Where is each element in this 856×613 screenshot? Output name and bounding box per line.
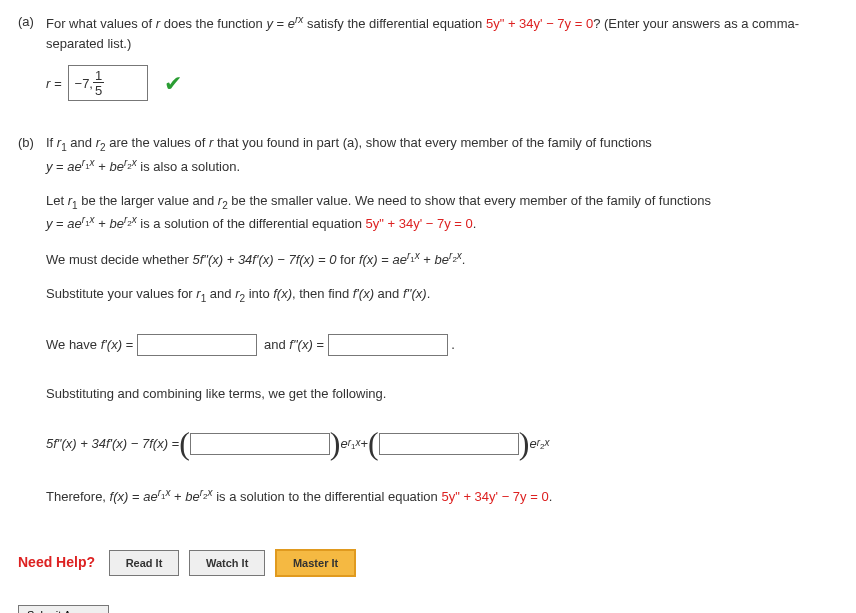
text: be the larger value and (78, 193, 218, 208)
plus: + (95, 217, 110, 232)
part-b-intro: If r1 and r2 are the values of r that yo… (46, 133, 838, 176)
part-b-content: If r1 and r2 are the values of r that yo… (46, 133, 838, 520)
answer-neg7: −7, (75, 74, 93, 94)
coeff1-input[interactable] (190, 433, 330, 455)
text: . (462, 253, 466, 268)
text: . (549, 489, 553, 504)
fdoubleprime: f''(x) (403, 286, 427, 301)
text: . (427, 286, 431, 301)
r-answer-input[interactable]: −7, 1 5 (68, 65, 148, 101)
text: is also a solution. (137, 159, 240, 174)
text: Let (46, 193, 68, 208)
e-base: e (288, 16, 295, 31)
master-it-button[interactable]: Master It (275, 549, 356, 578)
diff-eq: 5y" + 34y' − 7y = 0 (366, 217, 473, 232)
be: be (435, 253, 449, 268)
e2: e (529, 434, 536, 454)
text: that you found in part (a), show that ev… (213, 135, 652, 150)
para-derivatives: We have f'(x) = and f"(x) = . (46, 334, 455, 356)
text: into (245, 286, 273, 301)
text: and (374, 286, 403, 301)
text: and (67, 135, 96, 150)
lparen2: ( (368, 431, 379, 457)
text: For what values of (46, 16, 156, 31)
rparen1: ) (330, 431, 341, 457)
text: We have (46, 335, 97, 355)
eq: 5f"(x) + 34f'(x) − 7f(x) = 0 (192, 253, 336, 268)
check-icon: ✔ (164, 67, 182, 100)
fprime: f'(x) (353, 286, 374, 301)
diff-eq: 5y" + 34y' − 7y = 0 (486, 16, 593, 31)
text: satisfy the differential equation (303, 16, 486, 31)
eq: = (378, 253, 393, 268)
plus: + (420, 253, 435, 268)
frac-den: 5 (93, 83, 104, 97)
text: does the function (160, 16, 266, 31)
eq: = (128, 489, 143, 504)
para-decide: We must decide whether 5f"(x) + 34f'(x) … (46, 248, 838, 270)
para-combining: Substituting and combining like terms, w… (46, 384, 838, 404)
ae: ae (67, 217, 81, 232)
diff-eq: 5y" + 34y' − 7y = 0 (441, 489, 548, 504)
lparen1: ( (179, 431, 190, 457)
e1: e (340, 434, 347, 454)
lhs: 5f"(x) + 34f'(x) − 7f(x) = (46, 434, 179, 454)
ae: ae (143, 489, 157, 504)
fprime-label: f'(x) = (101, 335, 133, 355)
fx: f(x) (110, 489, 129, 504)
text: , then find (292, 286, 353, 301)
text: be the smaller value. We need to show th… (228, 193, 711, 208)
fdoubleprime-label: f"(x) = (289, 335, 324, 355)
submit-answer-button[interactable]: Submit Answer (18, 605, 109, 613)
plus: + (170, 489, 185, 504)
need-help-label: Need Help? (18, 552, 95, 573)
text: is a solution of the differential equati… (137, 217, 366, 232)
answer-frac: 1 5 (93, 69, 104, 97)
fx: f(x) (359, 253, 378, 268)
part-a-content: For what values of r does the function y… (46, 12, 838, 109)
watch-it-button[interactable]: Watch It (189, 550, 265, 577)
r-equals-label: r = (46, 74, 62, 94)
x: x (544, 437, 549, 448)
para-substitute: Substitute your values for r1 and r2 int… (46, 284, 838, 306)
part-b-label: (b) (18, 133, 46, 520)
text: We must decide whether (46, 253, 192, 268)
text: Substitute your values for (46, 286, 196, 301)
ae: ae (392, 253, 406, 268)
coeff2-input[interactable] (379, 433, 519, 455)
and: and (206, 286, 235, 301)
text: Therefore, (46, 489, 110, 504)
fprime-input[interactable] (137, 334, 257, 356)
para-conclusion: Therefore, f(x) = aer1x + ber2x is a sol… (46, 485, 838, 507)
text: is a solution to the differential equati… (213, 489, 442, 504)
fdoubleprime-input[interactable] (328, 334, 448, 356)
text: are the values of (106, 135, 209, 150)
text: and (264, 335, 286, 355)
fx: f(x) (273, 286, 292, 301)
read-it-button[interactable]: Read It (109, 550, 180, 577)
part-b: (b) If r1 and r2 are the values of r tha… (18, 133, 838, 520)
be: be (109, 217, 123, 232)
part-a-label: (a) (18, 12, 46, 109)
be: be (185, 489, 199, 504)
para-combined-eq: 5f"(x) + 34f'(x) − 7f(x) = ( ) er1x + ( … (46, 431, 549, 457)
ae: ae (67, 159, 81, 174)
plus: + (95, 159, 110, 174)
rparen2: ) (519, 431, 530, 457)
answer-row: r = −7, 1 5 ✔ (46, 65, 838, 101)
help-row: Need Help? Read It Watch It Master It (18, 549, 838, 578)
text: = (273, 16, 288, 31)
eq: = (53, 159, 68, 174)
text: If (46, 135, 57, 150)
text: for (336, 253, 358, 268)
eq: = (53, 217, 68, 232)
text: . (473, 217, 477, 232)
be: be (109, 159, 123, 174)
plus: + (361, 434, 369, 454)
part-a-question: For what values of r does the function y… (46, 12, 838, 53)
text: . (451, 335, 455, 355)
part-a: (a) For what values of r does the functi… (18, 12, 838, 109)
frac-num: 1 (93, 69, 104, 83)
para-larger-smaller: Let r1 be the larger value and r2 be the… (46, 191, 838, 234)
